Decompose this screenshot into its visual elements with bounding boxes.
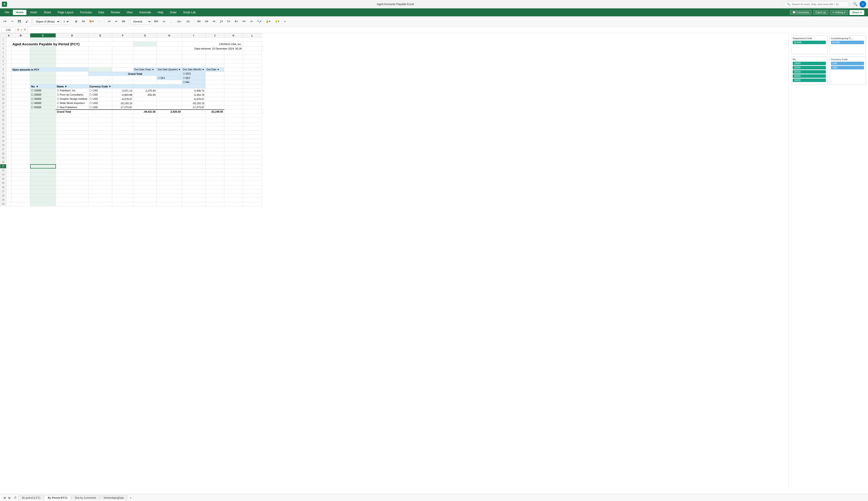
cell[interactable]: Grand Total (88, 72, 182, 76)
cell[interactable] (205, 152, 224, 156)
cell[interactable] (205, 160, 224, 164)
ribbon-tab-view[interactable]: View (124, 10, 135, 15)
cell[interactable] (205, 118, 224, 122)
cell[interactable] (205, 38, 224, 42)
cell[interactable] (112, 135, 133, 139)
cell[interactable] (205, 51, 224, 55)
cell[interactable] (56, 122, 88, 126)
cell[interactable] (30, 59, 56, 63)
cell[interactable] (133, 148, 157, 152)
cell[interactable] (6, 152, 11, 156)
cell[interactable] (205, 181, 224, 185)
cell[interactable] (182, 190, 205, 194)
currency-chip-USD[interactable]: USD (831, 66, 864, 70)
col-header-L[interactable]: L (243, 33, 261, 38)
search-input[interactable] (792, 3, 843, 6)
cell[interactable] (133, 185, 157, 190)
cell[interactable] (30, 126, 56, 131)
cell[interactable] (11, 88, 30, 93)
cell[interactable] (182, 131, 205, 135)
cell[interactable] (205, 173, 224, 177)
cell[interactable] (88, 181, 112, 185)
cell[interactable] (157, 131, 182, 135)
cell[interactable] (30, 55, 56, 59)
cell[interactable] (243, 55, 261, 59)
cell[interactable] (157, 152, 182, 156)
cell[interactable] (11, 198, 30, 202)
cell[interactable] (205, 139, 224, 143)
no-chip-20000[interactable]: 20000 (793, 66, 826, 70)
cell[interactable] (205, 80, 224, 84)
cell[interactable] (133, 101, 157, 105)
cell[interactable] (224, 118, 243, 122)
cell[interactable] (30, 164, 56, 169)
save-button[interactable]: 💾 (16, 18, 23, 25)
no-chip-40000[interactable]: 40000 (793, 74, 826, 78)
cell[interactable] (56, 63, 88, 67)
more-button[interactable]: ··· (96, 18, 103, 25)
cell[interactable] (182, 109, 205, 114)
cell[interactable] (133, 164, 157, 169)
cell[interactable] (133, 59, 157, 63)
ribbon-tab-help[interactable]: Help (155, 10, 166, 15)
cell[interactable] (6, 67, 11, 72)
cell[interactable] (11, 101, 30, 105)
cell[interactable] (205, 135, 224, 139)
cell[interactable] (112, 185, 133, 190)
cell[interactable] (30, 152, 56, 156)
cell[interactable] (224, 126, 243, 131)
cell[interactable] (133, 122, 157, 126)
cell[interactable]: ☐ Wide World Importers (56, 101, 88, 105)
cell[interactable] (157, 84, 182, 88)
function-icon[interactable]: fx (24, 28, 26, 32)
cell[interactable] (6, 143, 11, 148)
cell[interactable] (6, 139, 11, 143)
cell[interactable] (243, 118, 261, 122)
cell[interactable] (6, 169, 11, 173)
cell[interactable] (56, 139, 88, 143)
cell[interactable] (56, 143, 88, 148)
cell[interactable] (30, 148, 56, 152)
cell[interactable] (30, 156, 56, 160)
col-header-F[interactable]: F (112, 33, 133, 38)
cell[interactable] (224, 67, 243, 72)
col-header-A[interactable]: A (6, 33, 11, 38)
cell[interactable] (88, 63, 112, 67)
cell[interactable] (243, 173, 261, 177)
cell[interactable] (112, 67, 133, 72)
cell[interactable] (6, 148, 11, 152)
cell[interactable] (182, 169, 205, 173)
number-format-select[interactable]: General (130, 19, 151, 24)
cell[interactable] (157, 63, 182, 67)
cell[interactable] (224, 194, 243, 198)
cell[interactable] (182, 122, 205, 126)
cell[interactable] (56, 38, 88, 42)
cell[interactable] (112, 160, 133, 164)
nav-menu-button[interactable]: ☰ (13, 495, 18, 500)
cell[interactable] (30, 135, 56, 139)
cell[interactable] (133, 139, 157, 143)
cell[interactable] (182, 51, 205, 55)
insert-function-button[interactable]: ∑▾ (218, 18, 224, 25)
cell[interactable] (6, 55, 11, 59)
cell[interactable] (56, 59, 88, 63)
cell[interactable] (6, 198, 11, 202)
cell[interactable] (6, 93, 11, 97)
cell[interactable] (224, 88, 243, 93)
cell[interactable]: -17,273.87 (182, 105, 205, 109)
cell[interactable] (261, 46, 264, 51)
cell[interactable] (224, 114, 243, 118)
cell[interactable] (182, 135, 205, 139)
cell[interactable] (224, 93, 243, 97)
cell[interactable] (11, 126, 30, 131)
decrease-decimal-button[interactable]: .00- (184, 18, 192, 25)
cell[interactable] (133, 169, 157, 173)
cell[interactable] (112, 109, 133, 114)
cell[interactable]: Data retrieved: 15 December 2024, 00:26 (157, 46, 243, 51)
cell[interactable] (182, 55, 205, 59)
cell[interactable] (6, 181, 11, 185)
cell[interactable] (112, 63, 133, 67)
cell[interactable] (224, 101, 243, 105)
cell[interactable] (261, 109, 264, 114)
cell[interactable] (6, 118, 11, 122)
